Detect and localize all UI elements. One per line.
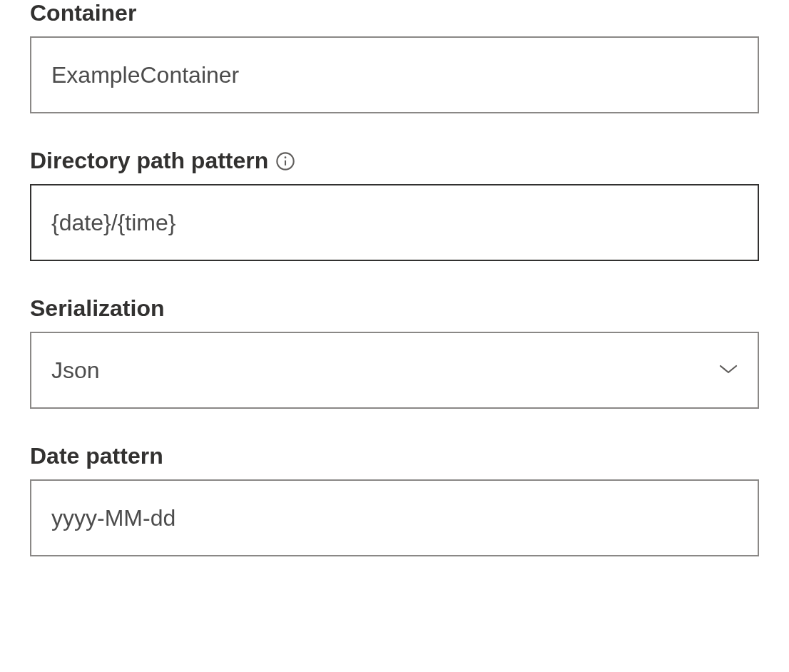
directory-path-pattern-group: Directory path pattern (30, 148, 759, 261)
container-label: Container (30, 0, 136, 26)
directory-path-pattern-input[interactable] (30, 184, 759, 261)
date-pattern-input[interactable] (30, 479, 759, 556)
container-input[interactable] (30, 36, 759, 113)
date-pattern-label-row: Date pattern (30, 443, 759, 469)
serialization-group: Serialization Json (30, 295, 759, 409)
svg-point-1 (285, 156, 287, 158)
serialization-label-row: Serialization (30, 295, 759, 322)
serialization-value: Json (51, 357, 100, 384)
date-pattern-label: Date pattern (30, 443, 163, 469)
serialization-label: Serialization (30, 295, 165, 322)
serialization-select-wrapper: Json (30, 332, 759, 409)
directory-path-pattern-label: Directory path pattern (30, 148, 268, 174)
info-icon[interactable] (275, 151, 295, 171)
date-pattern-group: Date pattern (30, 443, 759, 556)
serialization-select[interactable]: Json (30, 332, 759, 409)
container-label-row: Container (30, 0, 759, 26)
container-group: Container (30, 0, 759, 113)
directory-path-pattern-label-row: Directory path pattern (30, 148, 759, 174)
